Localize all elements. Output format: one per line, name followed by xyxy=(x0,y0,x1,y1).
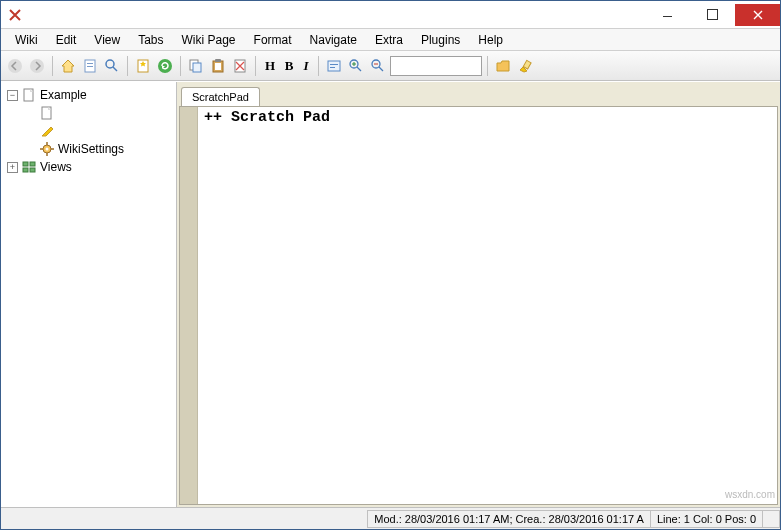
spacer xyxy=(25,126,36,137)
pencil-icon xyxy=(39,123,55,139)
menu-help[interactable]: Help xyxy=(470,31,511,49)
zoom-out-button[interactable] xyxy=(368,56,388,76)
expand-icon[interactable]: + xyxy=(7,162,18,173)
minimize-button[interactable] xyxy=(645,4,690,26)
highlight-button[interactable] xyxy=(515,56,535,76)
svg-rect-10 xyxy=(193,63,201,72)
svg-rect-17 xyxy=(330,67,335,68)
svg-rect-15 xyxy=(328,61,340,71)
spacer xyxy=(25,108,36,119)
status-grip xyxy=(762,510,780,528)
tree-panel: − Example WikiSettings + xyxy=(1,82,177,507)
tree-node-blank-page[interactable] xyxy=(3,104,174,122)
page-icon xyxy=(39,105,55,121)
link-button[interactable] xyxy=(324,56,344,76)
search-button[interactable] xyxy=(102,56,122,76)
svg-rect-16 xyxy=(330,64,338,65)
svg-point-0 xyxy=(8,59,22,73)
status-modified: Mod.: 28/03/2016 01:17 AM; Crea.: 28/03/… xyxy=(367,510,651,528)
svg-point-5 xyxy=(106,60,114,68)
svg-line-6 xyxy=(113,67,117,71)
editor-gutter xyxy=(180,107,198,504)
svg-rect-37 xyxy=(30,168,35,172)
maximize-button[interactable] xyxy=(690,4,735,26)
page-icon xyxy=(21,87,37,103)
italic-button[interactable]: I xyxy=(299,56,313,76)
tree-node-example[interactable]: − Example xyxy=(3,86,174,104)
svg-rect-35 xyxy=(30,162,35,166)
app-icon xyxy=(7,7,23,23)
page-icon-button[interactable] xyxy=(80,56,100,76)
collapse-icon[interactable]: − xyxy=(7,90,18,101)
tree-node-wikisettings[interactable]: WikiSettings xyxy=(3,140,174,158)
close-button[interactable] xyxy=(735,4,780,26)
views-icon xyxy=(21,159,37,175)
menu-view[interactable]: View xyxy=(86,31,128,49)
bookmark-button[interactable] xyxy=(133,56,153,76)
main-area: ScratchPad ++ Scratch Pad xyxy=(177,82,780,507)
editor-wrap: ++ Scratch Pad xyxy=(179,106,778,505)
spacer xyxy=(25,144,36,155)
editor-textarea[interactable]: ++ Scratch Pad xyxy=(198,107,777,504)
svg-rect-4 xyxy=(87,66,93,67)
status-position: Line: 1 Col: 0 Pos: 0 xyxy=(650,510,763,528)
separator xyxy=(180,56,181,76)
svg-line-23 xyxy=(379,67,383,71)
menu-extra[interactable]: Extra xyxy=(367,31,411,49)
separator xyxy=(52,56,53,76)
menu-edit[interactable]: Edit xyxy=(48,31,85,49)
svg-rect-34 xyxy=(23,162,28,166)
menu-wiki-page[interactable]: Wiki Page xyxy=(174,31,244,49)
forward-button[interactable] xyxy=(27,56,47,76)
bold-button[interactable]: B xyxy=(281,56,297,76)
paste-button[interactable] xyxy=(208,56,228,76)
menu-plugins[interactable]: Plugins xyxy=(413,31,468,49)
svg-point-29 xyxy=(46,148,49,151)
menu-format[interactable]: Format xyxy=(246,31,300,49)
gear-icon xyxy=(39,141,55,157)
tree-label: WikiSettings xyxy=(58,142,124,156)
tab-scratchpad[interactable]: ScratchPad xyxy=(181,87,260,106)
zoom-in-button[interactable] xyxy=(346,56,366,76)
tab-row: ScratchPad xyxy=(179,84,778,106)
menubar: Wiki Edit View Tabs Wiki Page Format Nav… xyxy=(1,29,780,51)
watermark: wsxdn.com xyxy=(725,489,775,500)
tree-node-scratchpad[interactable] xyxy=(3,122,174,140)
menu-navigate[interactable]: Navigate xyxy=(302,31,365,49)
svg-point-1 xyxy=(30,59,44,73)
svg-rect-3 xyxy=(87,63,93,64)
home-button[interactable] xyxy=(58,56,78,76)
tree-label: Views xyxy=(40,160,72,174)
svg-rect-36 xyxy=(23,168,28,172)
tree-label: Example xyxy=(40,88,87,102)
svg-rect-13 xyxy=(215,59,221,62)
heading-button[interactable]: H xyxy=(261,56,279,76)
statusbar: Mod.: 28/03/2016 01:17 AM; Crea.: 28/03/… xyxy=(1,507,780,529)
toolbar: H B I xyxy=(1,51,780,81)
titlebar xyxy=(1,1,780,29)
separator xyxy=(487,56,488,76)
cut-button[interactable] xyxy=(230,56,250,76)
svg-line-19 xyxy=(357,67,361,71)
separator xyxy=(255,56,256,76)
menu-tabs[interactable]: Tabs xyxy=(130,31,171,49)
separator xyxy=(318,56,319,76)
tree-node-views[interactable]: + Views xyxy=(3,158,174,176)
separator xyxy=(127,56,128,76)
refresh-button[interactable] xyxy=(155,56,175,76)
svg-rect-25 xyxy=(523,60,531,69)
copy-button[interactable] xyxy=(186,56,206,76)
folder-button[interactable] xyxy=(493,56,513,76)
back-button[interactable] xyxy=(5,56,25,76)
search-input[interactable] xyxy=(390,56,482,76)
svg-rect-12 xyxy=(215,63,221,70)
menu-wiki[interactable]: Wiki xyxy=(7,31,46,49)
